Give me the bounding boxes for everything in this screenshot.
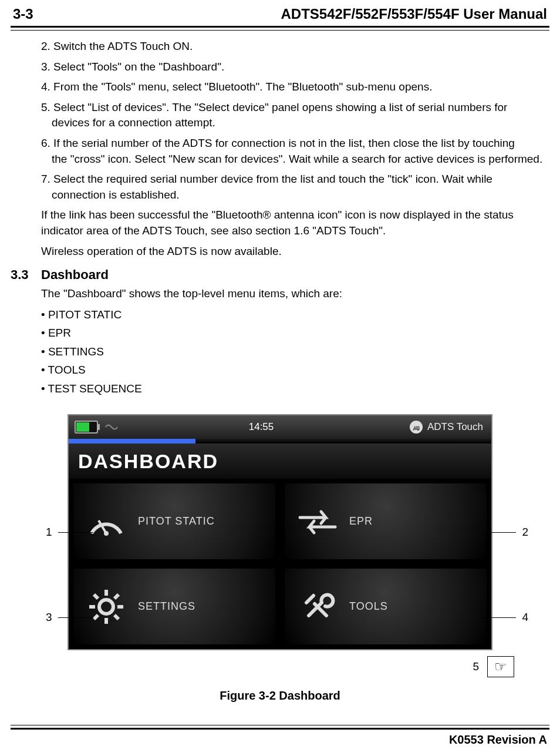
link-icon [104,422,127,432]
tile-pitot-static[interactable]: PITOT STATIC [69,479,280,564]
step-cont: devices for a connection attempt. [41,115,544,131]
svg-point-2 [99,600,113,614]
manual-title: ADTS542F/552F/553F/554F User Manual [281,6,547,22]
clock: 14:55 [127,421,395,433]
dashboard-title-bar: DASHBOARD [69,443,491,479]
step-7: 7. Select the required serial number dev… [41,172,544,203]
adts-touch-screenshot: 14:55 ㎍ ADTS Touch DASHBOARD PITOT STATI… [68,414,492,650]
svg-point-1 [104,531,109,536]
svg-line-7 [94,594,98,599]
callout-num: 1 [46,526,52,539]
gauge-icon [85,500,127,543]
bullet-item: • EPR [41,325,549,341]
tile-settings[interactable]: SETTINGS [69,564,280,649]
step-6: 6. If the serial number of the ADTS for … [41,136,544,167]
page-number: 3-3 [13,6,33,22]
step-text: 3. Select "Tools" on the "Dashboard". [41,61,224,73]
battery-icon [75,421,98,434]
footer-rule [11,725,549,730]
step-text: 4. From the "Tools" menu, select "Blueto… [41,80,432,93]
step-2: 2. Switch the ADTS Touch ON. [41,39,544,55]
pointing-hand-icon: ☞ [487,656,514,677]
bullet-list: • PITOT STATIC • EPR • SETTINGS • TOOLS … [41,307,549,397]
figure-caption: Figure 3-2 Dashboard [11,689,549,703]
brand-area: ㎍ ADTS Touch [395,421,491,434]
tile-label: PITOT STATIC [138,515,215,527]
gear-icon [85,586,127,628]
callout-num: 5 [473,660,479,673]
step-text: 5. Select "List of devices". The "Select… [41,101,507,113]
epr-icon [296,500,339,543]
figure-3-2: 14:55 ㎍ ADTS Touch DASHBOARD PITOT STATI… [11,414,549,703]
svg-line-10 [94,615,98,619]
status-bar: 14:55 ㎍ ADTS Touch [69,415,491,439]
brand-label: ADTS Touch [427,421,483,433]
section-intro: The "Dashboard" shows the top-level menu… [41,286,544,302]
dashboard-tiles: PITOT STATIC EPR SETTINGS TOOLS [69,479,491,649]
callout-5-row: 5 ☞ [11,656,514,677]
section-heading: 3.3 Dashboard [11,267,549,283]
ge-logo-icon: ㎍ [410,421,423,434]
step-text: 7. Select the required serial number dev… [41,173,492,185]
callout-num: 2 [522,526,528,539]
battery-indicator [69,421,104,434]
tools-icon [296,586,339,628]
tile-label: TOOLS [349,600,388,613]
step-text: 2. Switch the ADTS Touch ON. [41,40,193,52]
page-header: 3-3 ADTS542F/552F/553F/554F User Manual [11,6,549,26]
callout-num: 4 [522,611,528,624]
step-4: 4. From the "Tools" menu, select "Blueto… [41,79,544,95]
bullet-item: • TEST SEQUENCE [41,381,549,397]
svg-line-9 [114,594,119,599]
step-cont: the "cross" icon. Select "New scan for d… [41,152,544,167]
dashboard-title: DASHBOARD [78,450,218,473]
procedure-steps: 2. Switch the ADTS Touch ON. 3. Select "… [41,39,544,259]
result-paragraph: If the link has been successful the "Blu… [41,207,544,238]
progress-bar [69,439,491,443]
tile-epr[interactable]: EPR [280,479,491,564]
step-3: 3. Select "Tools" on the "Dashboard". [41,59,544,75]
bullet-item: • PITOT STATIC [41,307,549,323]
availability-paragraph: Wireless operation of the ADTS is now av… [41,244,544,260]
tile-tools[interactable]: TOOLS [280,564,491,649]
tile-label: SETTINGS [138,600,195,613]
section-title: Dashboard [41,267,109,283]
svg-line-8 [114,615,119,619]
section-number: 3.3 [11,267,41,283]
bullet-item: • SETTINGS [41,344,549,360]
revision-label: K0553 Revision A [449,733,547,747]
step-5: 5. Select "List of devices". The "Select… [41,100,544,131]
bullet-item: • TOOLS [41,362,549,378]
callout-num: 3 [46,611,52,624]
step-text: 6. If the serial number of the ADTS for … [41,137,515,149]
tile-label: EPR [349,515,373,527]
step-cont: connection is established. [41,187,544,203]
header-rule [11,26,549,31]
page-footer: K0553 Revision A [11,730,549,747]
